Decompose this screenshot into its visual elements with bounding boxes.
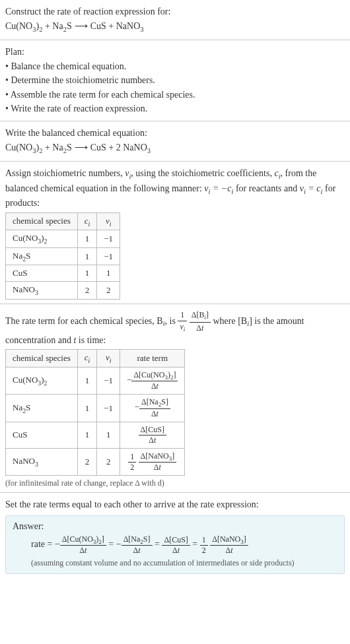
coef-frac: 12	[128, 452, 136, 472]
prompt-equation: Cu(NO3)2 + Na2S⟶CuS + NaNO3	[5, 20, 345, 34]
cell-nui: −1	[97, 247, 120, 265]
cell-nui: 1	[97, 422, 120, 448]
assumption-note: (assuming constant volume and no accumul…	[13, 558, 337, 568]
cell-ci: 2	[77, 448, 97, 475]
term-4: Δ[NaNO3]Δt	[210, 534, 248, 556]
prompt-section: Construct the rate of reaction expressio…	[0, 0, 350, 40]
term-4-coef: 12	[200, 535, 208, 556]
th-ci: ci	[77, 212, 97, 230]
table-row: CuS 1 1 Δ[CuS]Δt	[6, 422, 185, 448]
balanced-section: Write the balanced chemical equation: Cu…	[0, 121, 350, 162]
cell-species: NaNO3	[6, 448, 78, 475]
plan-item-text: Determine the stoichiometric numbers.	[11, 75, 155, 85]
th-rate: rate term	[120, 350, 185, 368]
plan-heading: Plan:	[5, 46, 345, 59]
rate-term-table: chemical species ci νi rate term Cu(NO3)…	[5, 349, 185, 476]
table-row: NaNO3 2 2	[6, 282, 120, 300]
table-row: Na2S 1 −1	[6, 247, 120, 265]
rt-a: The rate term for each chemical species,…	[5, 316, 163, 326]
cell-nui: 1	[97, 265, 120, 282]
plan-item-text: Write the rate of reaction expression.	[11, 104, 147, 113]
rate-frac: Δ[NaNO3]Δt	[139, 451, 177, 472]
rel1: νi = −ci	[204, 183, 233, 193]
prompt-line: Construct the rate of reaction expressio…	[5, 5, 345, 18]
cell-species: Cu(NO3)2	[6, 368, 78, 395]
balanced-heading: Write the balanced chemical equation:	[5, 127, 345, 140]
table-row: Na2S 1 −1 −Δ[Na2S]Δt	[6, 395, 185, 422]
cell-nui: −1	[97, 395, 120, 422]
assign-text-a: Assign stoichiometric numbers,	[5, 168, 125, 178]
cell-ci: 1	[77, 265, 97, 282]
cell-nui: −1	[97, 368, 120, 395]
assign-text: Assign stoichiometric numbers, νi, using…	[5, 167, 345, 210]
cell-species: Cu(NO3)2	[6, 230, 78, 248]
plan-item-text: Balance the chemical equation.	[11, 61, 126, 71]
nu-i: νi	[125, 168, 131, 178]
cell-ci: 1	[77, 230, 97, 248]
term-2: Δ[Na2S]Δt	[122, 534, 153, 556]
cell-rate: 12 Δ[NaNO3]Δt	[120, 448, 185, 475]
term-3: Δ[CuS]Δt	[162, 535, 190, 556]
table-row: Cu(NO3)2 1 −1 −Δ[Cu(NO3)2]Δt	[6, 368, 185, 395]
rate-term-text: The rate term for each chemical species,…	[5, 309, 345, 346]
answer-box: Answer: rate = −Δ[Cu(NO3)2]Δt = −Δ[Na2S]…	[5, 515, 345, 574]
rt-e: is time:	[76, 335, 106, 345]
table-row: NaNO3 2 2 12 Δ[NaNO3]Δt	[6, 448, 185, 475]
cell-species: Na2S	[6, 247, 78, 265]
rate-expression: rate = −Δ[Cu(NO3)2]Δt = −Δ[Na2S]Δt = Δ[C…	[13, 534, 337, 556]
table-header-row: chemical species ci νi	[6, 212, 120, 230]
table-row: Cu(NO3)2 1 −1	[6, 230, 120, 248]
rate-frac: Δ[Cu(NO3)2]Δt	[131, 370, 178, 391]
assign-text-d: for reactants and	[233, 183, 299, 193]
rate-frac: Δ[CuS]Δt	[139, 425, 166, 445]
cell-nui: 2	[97, 282, 120, 300]
cell-rate: −Δ[Na2S]Δt	[120, 395, 185, 422]
rt-b: , is	[165, 316, 178, 326]
cell-rate: −Δ[Cu(NO3)2]Δt	[120, 368, 185, 395]
cell-species: CuS	[6, 422, 78, 448]
plan-section: Plan: • Balance the chemical equation. •…	[0, 40, 350, 121]
cell-nui: −1	[97, 230, 120, 248]
assign-text-b: , using the stoichiometric coefficients,	[131, 168, 274, 178]
answer-label: Answer:	[13, 521, 337, 532]
frac-1-nu: 1νi	[178, 309, 187, 334]
cell-ci: 2	[77, 282, 97, 300]
term-1: Δ[Cu(NO3)2]Δt	[60, 534, 106, 556]
cell-species: NaNO3	[6, 282, 78, 300]
plan-item-1: • Determine the stoichiometric numbers.	[5, 74, 345, 87]
rate-label: rate =	[31, 539, 55, 549]
plan-item-3: • Write the rate of reaction expression.	[5, 102, 345, 115]
cell-rate: Δ[CuS]Δt	[120, 422, 185, 448]
table-header-row: chemical species ci νi rate term	[6, 350, 185, 368]
cell-ci: 1	[77, 368, 97, 395]
frac-dbi-dt: Δ[Bi]Δt	[190, 309, 211, 334]
th-species: chemical species	[6, 212, 78, 230]
th-nui: νi	[97, 350, 120, 368]
neg-sign: −	[127, 375, 131, 385]
balanced-equation: Cu(NO3)2 + Na2S⟶CuS + 2 NaNO3	[5, 141, 345, 156]
cell-ci: 1	[77, 422, 97, 448]
cell-species: Na2S	[6, 395, 78, 422]
th-ci: ci	[77, 350, 97, 368]
rel2: νi = ci	[300, 183, 323, 193]
neg-sign: −	[135, 402, 139, 412]
rate-term-section: The rate term for each chemical species,…	[0, 304, 350, 493]
stoich-table: chemical species ci νi Cu(NO3)2 1 −1 Na2…	[5, 212, 120, 300]
final-heading: Set the rate terms equal to each other t…	[5, 498, 345, 511]
rt-c: where [B	[213, 316, 248, 326]
th-species: chemical species	[6, 350, 78, 368]
plan-item-2: • Assemble the rate term for each chemic…	[5, 88, 345, 102]
cell-nui: 2	[97, 448, 120, 475]
cell-ci: 1	[77, 247, 97, 265]
plan-item-0: • Balance the chemical equation.	[5, 60, 345, 73]
delta-note: (for infinitesimal rate of change, repla…	[5, 478, 345, 488]
c-i: ci	[274, 168, 280, 178]
table-row: CuS 1 1	[6, 265, 120, 282]
cell-ci: 1	[77, 395, 97, 422]
th-nui: νi	[97, 212, 120, 230]
cell-species: CuS	[6, 265, 78, 282]
final-section: Set the rate terms equal to each other t…	[0, 493, 350, 578]
plan-item-text: Assemble the rate term for each chemical…	[11, 90, 195, 100]
rate-frac: Δ[Na2S]Δt	[139, 397, 170, 418]
assign-section: Assign stoichiometric numbers, νi, using…	[0, 162, 350, 304]
